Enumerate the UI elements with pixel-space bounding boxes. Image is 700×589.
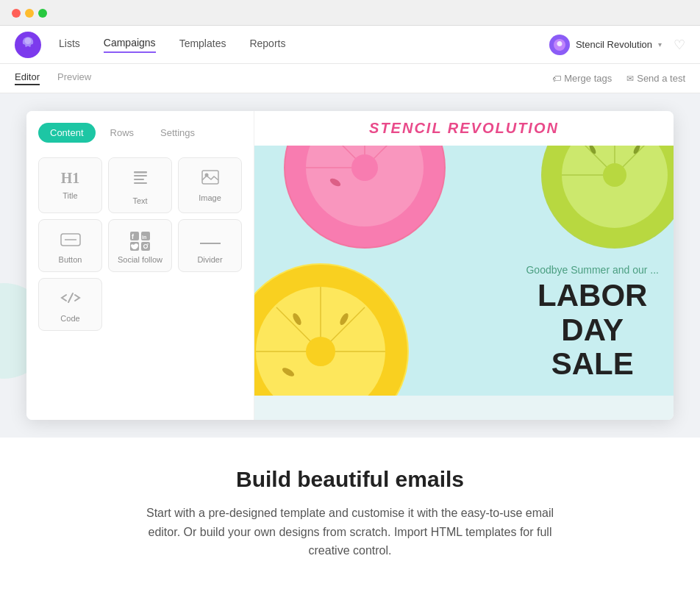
content-item-social[interactable]: f in Social follow [108,219,172,272]
mail-icon: ✉ [626,74,634,84]
title-label: Title [63,191,77,200]
heart-icon[interactable]: ♡ [674,37,685,53]
nav-right: Stencil Revolution ▾ ♡ [549,35,685,55]
email-header-band: STENCIL REVOLUTION [254,111,674,146]
tag-icon: 🏷 [552,74,561,84]
tab-preview[interactable]: Preview [57,71,91,85]
tab-settings[interactable]: Settings [149,123,207,143]
bottom-section: Build beautiful emails Start with a pre-… [0,438,700,589]
button-icon [60,232,81,251]
traffic-lights [12,9,688,18]
citrus-pink-slice [284,146,446,249]
svg-point-3 [26,46,29,49]
nav-lists[interactable]: Lists [59,38,80,52]
bottom-description: Start with a pre-designed template and c… [129,504,571,560]
chevron-down-icon: ▾ [658,40,662,49]
sub-nav-left: Editor Preview [15,71,91,85]
text-label: Text [132,196,147,205]
workspace-badge[interactable]: Stencil Revolution ▾ [549,35,662,55]
svg-point-41 [603,163,626,187]
svg-rect-8 [134,175,147,176]
email-preview: STENCIL REVOLUTION [254,111,674,420]
svg-line-24 [68,293,73,302]
brand-name: STENCIL REVOLUTION [269,120,659,137]
svg-rect-7 [134,171,147,174]
app-window: Content Rows Settings H1 Title [26,111,674,420]
code-icon [60,290,81,310]
content-grid: H1 Title Text [38,157,242,331]
nav-campaigns[interactable]: Campaigns [104,37,156,53]
send-test-action[interactable]: ✉ Send a test [626,73,685,84]
nav-links: Lists Campaigns Templates Reports [59,37,549,53]
app-logo [15,32,41,58]
svg-rect-10 [134,182,147,184]
svg-point-2 [21,44,25,48]
content-item-code[interactable]: Code [38,278,102,331]
citrus-yellow-slice [254,263,409,396]
content-item-text[interactable]: Text [108,157,172,213]
bottom-heading: Build beautiful emails [15,467,685,492]
citrus-green-slice [541,146,674,249]
editor-sidebar: Content Rows Settings H1 Title [26,111,254,420]
sub-navbar: Editor Preview 🏷 Merge tags ✉ Send a tes… [0,64,700,93]
text-icon [132,170,149,192]
close-button[interactable] [12,9,21,18]
svg-rect-9 [134,179,144,180]
goodbye-text: Goodbye Summer and our ... [526,264,659,276]
citrus-area: Goodbye Summer and our ... LABOR DAY SAL… [254,146,674,396]
workspace-avatar [549,35,570,55]
nav-reports[interactable]: Reports [249,38,285,52]
svg-text:in: in [142,235,146,240]
svg-point-51 [306,337,335,366]
maximize-button[interactable] [38,9,47,18]
content-item-button[interactable]: Button [38,219,102,272]
browser-chrome [0,0,700,26]
editor-tab-bar: Content Rows Settings [38,123,242,143]
main-content: Content Rows Settings H1 Title [0,93,700,438]
tab-rows[interactable]: Rows [99,123,146,143]
minimize-button[interactable] [25,9,34,18]
content-item-image[interactable]: Image [178,157,242,213]
divider-icon [200,232,221,251]
svg-point-5 [25,38,32,44]
social-icon: f in [130,232,150,251]
image-label: Image [199,193,221,202]
nav-templates[interactable]: Templates [179,38,226,52]
title-icon: H1 [61,170,80,187]
code-label: Code [60,314,79,323]
sub-nav-right: 🏷 Merge tags ✉ Send a test [552,73,685,84]
divider-label: Divider [197,255,222,264]
email-text-area: Goodbye Summer and our ... LABOR DAY SAL… [526,264,659,381]
sale-title: LABOR DAY SALE [526,279,659,381]
svg-point-4 [31,44,35,48]
merge-tags-action[interactable]: 🏷 Merge tags [552,73,612,84]
content-item-title[interactable]: H1 Title [38,157,102,213]
svg-point-31 [351,154,378,181]
button-label: Button [59,255,82,264]
workspace-name: Stencil Revolution [576,39,652,50]
svg-point-22 [147,243,149,245]
svg-rect-20 [141,242,150,251]
social-label: Social follow [118,255,162,264]
tab-content[interactable]: Content [38,123,96,143]
content-item-divider[interactable]: Divider [178,219,242,272]
image-icon [201,170,219,189]
tab-editor[interactable]: Editor [15,71,40,85]
app-navbar: Lists Campaigns Templates Reports Stenci… [0,26,700,64]
